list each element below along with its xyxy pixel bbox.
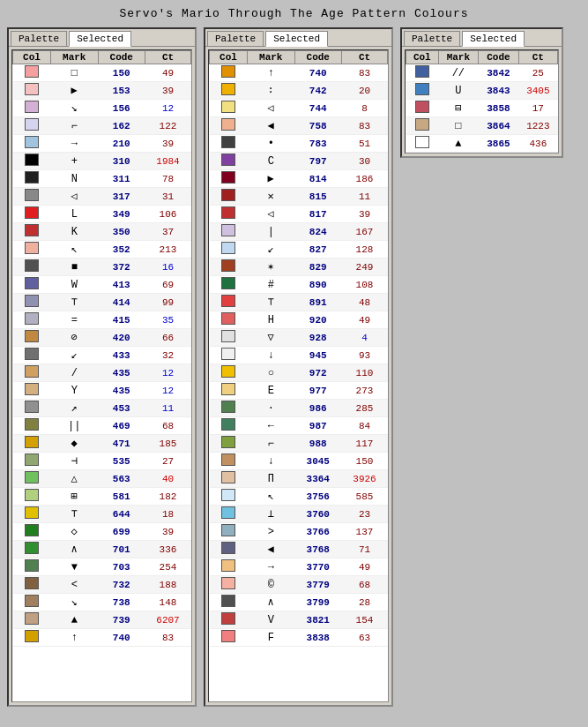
color-cell	[210, 170, 248, 188]
ct-cell: 1984	[145, 153, 191, 170]
code-cell: 3768	[294, 541, 342, 558]
color-cell	[210, 241, 248, 259]
code-cell: 829	[294, 259, 342, 276]
table-row: □15049	[13, 64, 191, 82]
color-cell	[210, 276, 248, 294]
col-header-code1: Code	[98, 51, 145, 64]
panel-2-table-container[interactable]: Col Mark Code Ct ↑74083∶74220◁7448◀75883…	[208, 49, 389, 702]
mark-cell: ↘	[50, 594, 98, 611]
code-cell: 156	[98, 100, 145, 117]
color-cell	[210, 223, 248, 241]
col-header-code2: Code	[294, 51, 342, 64]
tab-panel2-palette[interactable]: Palette	[207, 31, 264, 46]
color-cell	[13, 594, 51, 611]
ct-cell: 108	[342, 276, 388, 294]
mark-cell: □	[50, 64, 98, 82]
color-cell	[210, 364, 248, 382]
code-cell: 310	[98, 153, 145, 170]
color-cell	[210, 117, 248, 135]
code-cell: 3821	[294, 611, 342, 629]
color-cell	[13, 629, 51, 647]
panel-1-table-container[interactable]: Col Mark Code Ct □15049▶15339↘15612⌐1621…	[11, 49, 192, 702]
table-row: ↖3756585	[210, 488, 388, 506]
color-cell	[210, 329, 248, 347]
col-header-ct2: Ct	[342, 51, 388, 64]
code-cell: 977	[294, 382, 342, 400]
col-header-col2: Col	[210, 51, 248, 64]
ct-cell: 1223	[518, 117, 557, 135]
color-cell	[210, 576, 248, 594]
table-row: >3766137	[210, 523, 388, 541]
ct-cell: 585	[342, 488, 388, 506]
table-row: +3101984	[13, 153, 191, 170]
code-cell: 740	[98, 629, 145, 647]
mark-cell: ▽	[247, 329, 294, 347]
code-cell: 701	[98, 541, 145, 558]
ct-cell: 99	[145, 294, 191, 311]
code-cell: 703	[98, 558, 145, 576]
color-cell	[13, 294, 51, 311]
mark-cell: ∶	[247, 82, 294, 100]
color-cell	[13, 541, 51, 558]
color-cell	[210, 594, 248, 611]
tab-panel1-palette[interactable]: Palette	[11, 31, 67, 46]
code-cell: 3843	[479, 82, 519, 100]
ct-cell: 128	[342, 241, 388, 259]
mark-cell: ✕	[247, 188, 294, 206]
mark-cell: ⊤	[50, 506, 98, 523]
mark-cell: ✶	[247, 259, 294, 276]
ct-cell: 8	[342, 100, 388, 117]
code-cell: 890	[294, 276, 342, 294]
mark-cell: Π	[247, 470, 294, 488]
tab-panel1-selected[interactable]: Selected	[69, 31, 131, 47]
tab-panel3-selected[interactable]: Selected	[462, 31, 525, 47]
mark-cell: ▲	[438, 135, 479, 153]
ct-cell: 249	[342, 259, 388, 276]
panel-3-table-container[interactable]: Col Mark Code Ct //384225U38433405⊟38581…	[405, 49, 559, 154]
color-cell	[13, 329, 51, 347]
table-row: ■37216	[13, 259, 191, 276]
panel-1-table: Col Mark Code Ct □15049▶15339↘15612⌐1621…	[12, 50, 191, 647]
color-cell	[13, 82, 51, 100]
table-row: ·986285	[210, 400, 388, 417]
color-cell	[13, 558, 51, 576]
mark-cell: ▼	[50, 558, 98, 576]
table-row: W41369	[13, 276, 191, 294]
table-row: ⌐162122	[13, 117, 191, 135]
mark-cell: ⊞	[50, 488, 98, 506]
ct-cell: 49	[342, 558, 388, 576]
mark-cell: ·	[247, 400, 294, 417]
code-cell: 827	[294, 241, 342, 259]
color-cell	[210, 400, 248, 417]
ct-cell: 40	[145, 470, 191, 488]
color-cell	[13, 453, 51, 470]
table-row: H92049	[210, 311, 388, 329]
color-cell	[13, 188, 51, 206]
table-row: ⊤64418	[13, 506, 191, 523]
ct-cell: 122	[145, 117, 191, 135]
color-cell	[13, 64, 51, 82]
mark-cell: ▶	[50, 82, 98, 100]
tab-panel3-palette[interactable]: Palette	[404, 31, 460, 46]
mark-cell: #	[247, 276, 294, 294]
code-cell: 742	[294, 82, 342, 100]
mark-cell: F	[247, 629, 294, 647]
panel-1: Palette Selected Col Mark Code Ct □15049…	[7, 27, 197, 707]
col-header-code3: Code	[479, 51, 519, 64]
code-cell: 3756	[294, 488, 342, 506]
mark-cell: C	[247, 153, 294, 170]
table-row: V3821154	[210, 611, 388, 629]
code-cell: 3838	[294, 629, 342, 647]
ct-cell: 39	[342, 206, 388, 223]
mark-cell: ◁	[247, 100, 294, 117]
tab-panel2-selected[interactable]: Selected	[265, 31, 328, 47]
mark-cell: ▲	[50, 611, 98, 629]
table-row: →21039	[13, 135, 191, 153]
ct-cell: 49	[145, 64, 191, 82]
table-row: ↘738148	[13, 594, 191, 611]
table-row: ▼703254	[13, 558, 191, 576]
ct-cell: 30	[342, 153, 388, 170]
color-cell	[210, 82, 248, 100]
table-row: →377049	[210, 558, 388, 576]
table-row: ||46968	[13, 417, 191, 435]
